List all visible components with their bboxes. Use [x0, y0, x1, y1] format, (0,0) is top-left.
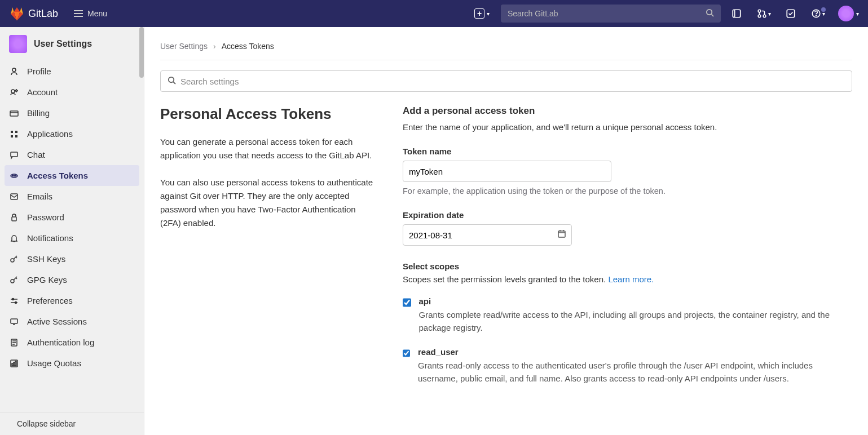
scrollbar-thumb[interactable]: [139, 27, 144, 78]
svg-line-42: [173, 82, 175, 84]
svg-point-20: [12, 175, 13, 176]
search-icon: [706, 8, 714, 19]
sidebar-item-notifications[interactable]: Notifications: [0, 228, 144, 248]
sidebar-item-gpg-keys[interactable]: GPG Keys: [0, 269, 144, 290]
log-icon: [9, 338, 19, 347]
sidebar-item-billing[interactable]: Billing: [0, 103, 144, 123]
profile-icon: [9, 67, 19, 76]
scopes-desc: Scopes set the permission levels granted…: [403, 274, 852, 284]
hamburger-icon: [74, 10, 83, 17]
quota-icon: [9, 359, 19, 368]
nav-label: Usage Quotas: [27, 358, 81, 368]
menu-label: Menu: [87, 9, 107, 18]
key-icon: [9, 255, 19, 264]
scope-name: read_user: [418, 347, 852, 357]
svg-point-22: [15, 175, 16, 176]
collapse-sidebar-button[interactable]: Collapse sidebar: [0, 412, 144, 435]
svg-rect-31: [11, 319, 17, 323]
brand-text: GitLab: [28, 8, 58, 20]
nav-label: Profile: [27, 66, 51, 76]
svg-rect-16: [11, 135, 13, 137]
create-new-button[interactable]: + ▾: [472, 6, 492, 21]
sidebar-item-chat[interactable]: Chat: [0, 144, 144, 165]
help-icon[interactable]: ▾: [807, 8, 829, 19]
learn-more-link[interactable]: Learn more.: [608, 274, 654, 284]
svg-rect-43: [558, 231, 565, 237]
expiration-label: Expiration date: [403, 210, 852, 220]
sidebar-item-password[interactable]: Password: [0, 207, 144, 228]
issues-nav-icon[interactable]: [725, 8, 748, 19]
nav-label: Password: [27, 212, 64, 222]
sidebar-item-preferences[interactable]: Preferences: [0, 290, 144, 311]
scope-name: api: [419, 296, 852, 306]
scope-row-read-user: read_user Grants read-only access to the…: [403, 347, 852, 385]
svg-point-0: [707, 10, 712, 15]
apps-icon: [9, 130, 19, 139]
sidebar-title: User Settings: [34, 39, 92, 49]
calendar-icon[interactable]: [557, 229, 566, 240]
token-name-input[interactable]: [403, 161, 611, 182]
sidebar-item-auth-log[interactable]: Authentication log: [0, 332, 144, 353]
gitlab-logo[interactable]: GitLab: [9, 6, 58, 21]
settings-search[interactable]: [160, 70, 852, 92]
chevron-down-icon: ▾: [856, 11, 859, 17]
svg-rect-2: [733, 10, 741, 17]
svg-point-8: [816, 15, 816, 16]
svg-rect-17: [15, 135, 17, 137]
bell-icon: [9, 234, 19, 243]
form-title: Add a personal access token: [403, 105, 852, 117]
menu-button[interactable]: Menu: [74, 9, 107, 18]
scope-desc: Grants read-only access to the authentic…: [418, 359, 852, 385]
token-form: Add a personal access token Enter the na…: [403, 105, 852, 385]
breadcrumb-current: Access Tokens: [222, 42, 274, 51]
sidebar-item-access-tokens[interactable]: Access Tokens: [5, 165, 139, 186]
svg-point-11: [16, 90, 17, 91]
nav-label: Active Sessions: [27, 317, 87, 326]
svg-rect-24: [12, 217, 16, 221]
chevron-down-icon: ▾: [768, 11, 771, 17]
nav-label: Access Tokens: [27, 171, 88, 180]
global-search-input[interactable]: [508, 9, 706, 18]
expiration-date-input[interactable]: [403, 224, 572, 246]
key-icon: [9, 276, 19, 285]
sidebar-item-usage-quotas[interactable]: Usage Quotas: [0, 353, 144, 374]
svg-rect-18: [11, 152, 17, 157]
nav-label: Emails: [27, 192, 52, 201]
svg-rect-14: [11, 131, 13, 133]
svg-point-4: [758, 15, 761, 17]
sidebar-item-active-sessions[interactable]: Active Sessions: [0, 311, 144, 332]
user-menu[interactable]: ▾: [838, 6, 859, 21]
settings-search-input[interactable]: [180, 77, 845, 86]
nav-label: Preferences: [27, 296, 73, 305]
svg-rect-23: [11, 194, 17, 199]
page-intro-p2: You can also use personal access tokens …: [160, 176, 374, 230]
scope-row-api: api Grants complete read/write access to…: [403, 296, 852, 335]
lock-icon: [9, 213, 19, 222]
token-name-help: For example, the application using the t…: [403, 187, 852, 196]
sidebar-item-emails[interactable]: Emails: [0, 186, 144, 207]
page-heading: Personal Access Tokens: [160, 105, 374, 123]
global-search[interactable]: [501, 5, 721, 23]
sidebar-item-applications[interactable]: Applications: [0, 123, 144, 144]
todos-icon[interactable]: [779, 8, 802, 19]
scope-checkbox-read-user[interactable]: [403, 349, 410, 358]
nav-label: Account: [27, 87, 58, 97]
chevron-right-icon: ›: [213, 42, 216, 51]
user-avatar: [838, 6, 854, 21]
email-icon: [9, 192, 19, 201]
scope-desc: Grants complete read/write access to the…: [419, 308, 852, 335]
billing-icon: [9, 109, 19, 118]
nav-label: Billing: [27, 108, 50, 118]
nav-label: Chat: [27, 150, 45, 159]
main-content: User Settings › Access Tokens Personal A…: [144, 27, 868, 435]
scopes-title: Select scopes: [403, 261, 852, 271]
scope-checkbox-api[interactable]: [403, 298, 411, 307]
svg-point-30: [15, 301, 17, 303]
svg-point-9: [12, 68, 16, 72]
breadcrumb-root[interactable]: User Settings: [160, 42, 208, 51]
sidebar-item-ssh-keys[interactable]: SSH Keys: [0, 248, 144, 269]
sidebar-header[interactable]: User Settings: [0, 27, 144, 61]
sidebar-item-profile[interactable]: Profile: [0, 61, 144, 82]
merge-requests-icon[interactable]: ▾: [752, 8, 775, 19]
sidebar-item-account[interactable]: Account: [0, 82, 144, 103]
